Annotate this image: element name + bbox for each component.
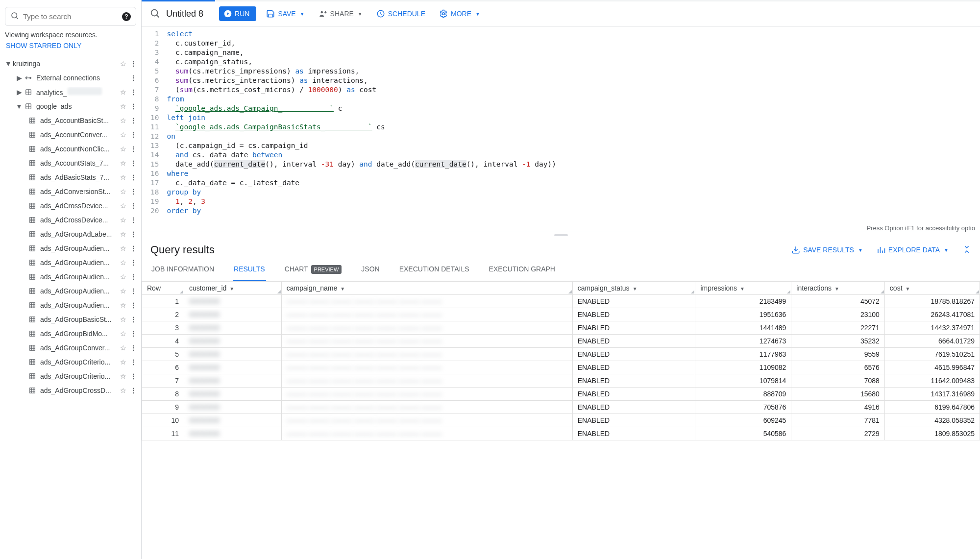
star-icon[interactable]: ☆ [118,287,128,295]
tab-job-information[interactable]: JOB INFORMATION [150,259,215,281]
table-row[interactable]: 800000000——— ——— ——— ——— ——— ——— ———ENAB… [142,388,980,401]
more-icon[interactable]: ⋮ [128,287,138,295]
more-icon[interactable]: ⋮ [128,244,138,252]
table-node[interactable]: ads_AdCrossDevice...☆⋮ [0,213,141,227]
table-node[interactable]: ads_AdGroupCriterio...☆⋮ [0,355,141,369]
tab-chart[interactable]: CHARTPREVIEW [284,259,343,281]
column-header[interactable]: campaign_status▼◢ [572,282,695,295]
star-icon[interactable]: ☆ [118,230,128,238]
chevron-down-icon[interactable]: ▼ [15,102,24,110]
more-icon[interactable]: ⋮ [128,117,138,124]
more-icon[interactable]: ⋮ [128,316,138,323]
more-icon[interactable]: ⋮ [128,259,138,267]
table-row[interactable]: 1100000000——— ——— ——— ——— ——— ——— ———ENA… [142,427,980,440]
more-icon[interactable]: ⋮ [128,358,138,366]
table-row[interactable]: 600000000——— ——— ——— ——— ——— ——— ———ENAB… [142,361,980,374]
expand-icon[interactable] [962,245,971,255]
search-box[interactable]: ? [5,7,136,26]
help-icon[interactable]: ? [122,12,131,21]
tab-results[interactable]: RESULTS [233,259,266,281]
star-icon[interactable]: ☆ [118,330,128,338]
table-node[interactable]: ads_AdGroupAdLabe...☆⋮ [0,227,141,241]
star-icon[interactable]: ☆ [118,159,128,167]
sql-editor[interactable]: 1234567891011121314151617181920 select c… [142,26,980,225]
table-row[interactable]: 1000000000——— ——— ——— ——— ——— ——— ———ENA… [142,414,980,427]
explore-data-button[interactable]: EXPLORE DATA▼ [877,243,949,256]
column-header[interactable]: impressions▼◢ [695,282,791,295]
star-icon[interactable]: ☆ [118,244,128,252]
more-icon[interactable]: ⋮ [128,273,138,281]
more-icon[interactable]: ⋮ [128,216,138,224]
show-starred-button[interactable]: SHOW STARRED ONLY [0,39,141,56]
more-icon[interactable]: ⋮ [128,74,138,82]
more-icon[interactable]: ⋮ [128,301,138,309]
star-icon[interactable]: ☆ [118,173,128,181]
table-node[interactable]: ads_AdGroupAudien...☆⋮ [0,298,141,312]
more-icon[interactable]: ⋮ [128,330,138,338]
table-node[interactable]: ads_AdGroupBidMo...☆⋮ [0,326,141,340]
star-icon[interactable]: ☆ [118,259,128,267]
resize-handle[interactable] [142,232,980,238]
table-node[interactable]: ads_AdBasicStats_7...☆⋮ [0,170,141,184]
column-header[interactable]: cost▼◢ [884,282,980,295]
table-row[interactable]: 500000000——— ——— ——— ——— ——— ——— ———ENAB… [142,348,980,361]
table-row[interactable]: 400000000——— ——— ——— ——— ——— ——— ———ENAB… [142,335,980,348]
table-node[interactable]: ads_AdGroupAudien...☆⋮ [0,255,141,269]
more-icon[interactable]: ⋮ [128,188,138,195]
star-icon[interactable]: ☆ [118,316,128,323]
star-icon[interactable]: ☆ [118,344,128,352]
table-row[interactable]: 900000000——— ——— ——— ——— ——— ——— ———ENAB… [142,401,980,414]
table-row[interactable]: 700000000——— ——— ——— ——— ——— ——— ———ENAB… [142,374,980,388]
table-node[interactable]: ads_AccountNonClic...☆⋮ [0,142,141,156]
query-title[interactable]: Untitled 8 [166,9,203,19]
search-input[interactable] [23,12,122,21]
table-row[interactable]: 200000000——— ——— ——— ——— ——— ——— ———ENAB… [142,308,980,321]
more-icon[interactable]: ⋮ [128,60,138,68]
table-node[interactable]: ads_AccountBasicSt...☆⋮ [0,113,141,127]
external-connections-node[interactable]: ▶ External connections ⋮ [0,71,141,85]
run-button[interactable]: RUN [219,6,256,21]
chevron-right-icon[interactable]: ▶ [15,74,24,82]
table-node[interactable]: ads_AdGroupAudien...☆⋮ [0,241,141,255]
star-icon[interactable]: ☆ [118,102,128,110]
more-icon[interactable]: ⋮ [128,131,138,139]
more-icon[interactable]: ⋮ [128,88,138,96]
more-icon[interactable]: ⋮ [128,159,138,167]
tab-json[interactable]: JSON [360,259,380,281]
more-icon[interactable]: ⋮ [128,372,138,380]
table-node[interactable]: ads_AdGroupConver...☆⋮ [0,340,141,355]
star-icon[interactable]: ☆ [118,88,128,96]
star-icon[interactable]: ☆ [118,145,128,153]
more-icon[interactable]: ⋮ [128,344,138,352]
table-node[interactable]: ads_AdGroupBasicSt...☆⋮ [0,312,141,326]
more-icon[interactable]: ⋮ [128,202,138,210]
dataset-analytics-node[interactable]: ▶ analytics_ ☆ ⋮ [0,85,141,99]
star-icon[interactable]: ☆ [118,301,128,309]
save-results-button[interactable]: SAVE RESULTS▼ [791,243,863,256]
more-button[interactable]: MORE▼ [435,6,484,21]
table-node[interactable]: ads_AdGroupCriterio...☆⋮ [0,369,141,383]
column-header[interactable]: customer_id▼◢ [184,282,282,295]
star-icon[interactable]: ☆ [118,216,128,224]
table-node[interactable]: ads_AdGroupAudien...☆⋮ [0,269,141,284]
more-icon[interactable]: ⋮ [128,102,138,110]
column-header[interactable]: Row◢ [142,282,184,295]
chevron-right-icon[interactable]: ▶ [15,88,24,96]
tab-execution-details[interactable]: EXECUTION DETAILS [398,259,470,281]
schedule-button[interactable]: SCHEDULE [372,6,429,21]
table-node[interactable]: ads_AdConversionSt...☆⋮ [0,184,141,198]
more-icon[interactable]: ⋮ [128,387,138,394]
more-icon[interactable]: ⋮ [128,173,138,181]
star-icon[interactable]: ☆ [118,117,128,124]
star-icon[interactable]: ☆ [118,273,128,281]
column-header[interactable]: campaign_name▼◢ [281,282,572,295]
share-button[interactable]: SHARE▼ [315,6,367,21]
chevron-down-icon[interactable]: ▼ [4,60,13,68]
star-icon[interactable]: ☆ [118,60,128,68]
star-icon[interactable]: ☆ [118,358,128,366]
table-row[interactable]: 100000000——— ——— ——— ——— ——— ——— ———ENAB… [142,295,980,308]
save-button[interactable]: SAVE▼ [262,6,308,21]
project-node[interactable]: ▼ kruizinga ☆ ⋮ [0,56,141,71]
tab-execution-graph[interactable]: EXECUTION GRAPH [488,259,556,281]
star-icon[interactable]: ☆ [118,202,128,210]
